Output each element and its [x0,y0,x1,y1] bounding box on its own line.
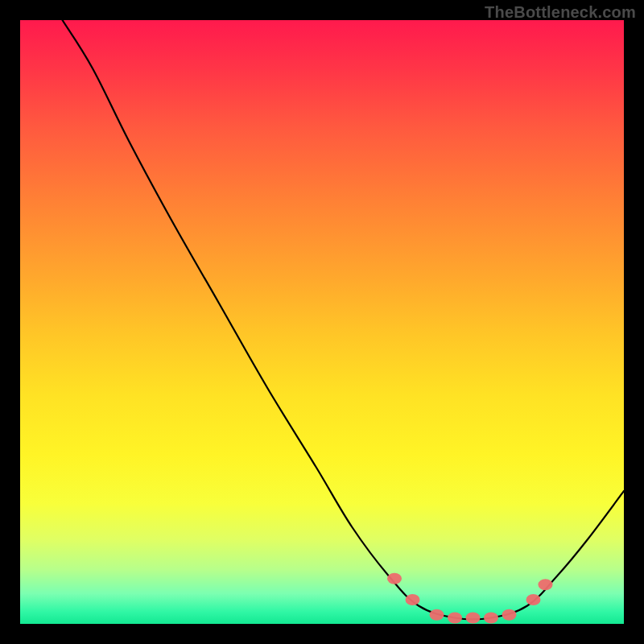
chart-frame: TheBottleneck.com [0,0,644,644]
markers-group [387,573,553,624]
bottleneck-curve [63,20,625,620]
marker-point [502,609,517,621]
marker-point [430,609,444,621]
marker-point [406,594,420,605]
marker-point [466,613,481,624]
marker-point [484,613,498,624]
marker-point [448,613,462,624]
marker-point [539,579,553,590]
marker-point [526,594,541,605]
watermark-text: TheBottleneck.com [485,3,636,22]
chart-svg [20,20,624,624]
plot-area [20,20,624,624]
marker-point [387,573,402,584]
